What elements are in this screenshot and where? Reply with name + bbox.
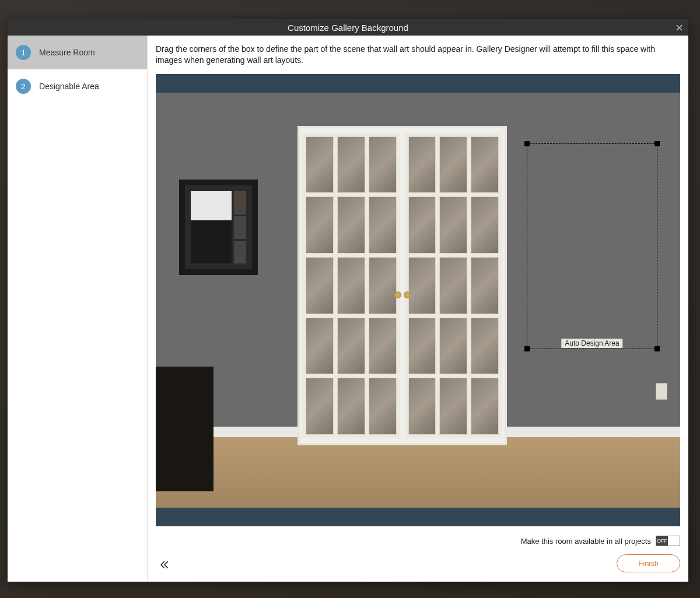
door-left-panel [302,133,400,438]
modal-titlebar: Customize Gallery Background [8,19,688,36]
room-french-doors [298,126,508,445]
content-pane: Drag the corners of the box to define th… [148,36,688,582]
wall-outlet [656,383,667,399]
door-knob-icon [404,291,411,298]
chevron-double-left-icon [159,560,170,570]
modal-footer: Make this room available in all projects… [156,526,680,574]
step-label: Measure Room [39,48,95,57]
finish-button[interactable]: Finish [617,554,680,572]
share-room-label: Make this room available in all projects [521,537,651,546]
side-table [156,367,214,491]
room-image: Auto Design Area [156,93,680,508]
door-right-panel [405,133,503,438]
resize-handle-bottom-left[interactable] [524,346,530,351]
toggle-state-text: OFF [656,536,668,546]
room-preview-container: Auto Design Area [156,74,680,526]
wall-picture-frame [179,180,258,275]
door-knob-icon [394,291,401,298]
modal-title: Customize Gallery Background [288,23,408,33]
close-icon [676,24,682,31]
step-number-badge: 1 [16,45,31,60]
back-button[interactable] [156,556,173,574]
modal-body: 1 Measure Room 2 Designable Area Drag th… [8,36,688,582]
step-number-badge: 2 [16,79,31,94]
auto-design-area-selector[interactable]: Auto Design Area [527,143,658,349]
design-area-label: Auto Design Area [561,339,622,348]
customize-gallery-modal: Customize Gallery Background 1 Measure R… [8,19,688,582]
resize-handle-top-left[interactable] [524,141,530,146]
instructions-text: Drag the corners of the box to define th… [156,44,680,66]
close-button[interactable] [671,19,687,36]
step-designable-area[interactable]: 2 Designable Area [8,69,147,103]
wizard-sidebar: 1 Measure Room 2 Designable Area [8,36,148,582]
resize-handle-bottom-right[interactable] [654,346,660,351]
step-measure-room[interactable]: 1 Measure Room [8,36,147,69]
room-floor [156,437,680,508]
step-label: Designable Area [39,82,99,91]
resize-handle-top-right[interactable] [654,141,660,146]
share-room-toggle[interactable]: OFF [656,536,680,546]
share-room-row: Make this room available in all projects… [521,536,680,546]
